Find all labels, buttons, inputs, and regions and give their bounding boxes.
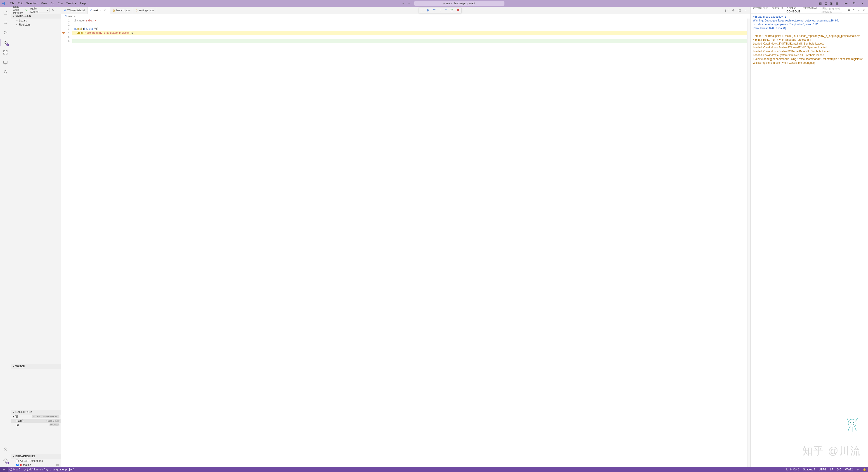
status-feedback-icon[interactable]: ☺ (855, 468, 861, 471)
editor-config-icon[interactable]: ⚙ (731, 8, 736, 13)
menu-file[interactable]: File (8, 1, 16, 5)
callstack-row[interactable]: main()main.c4:1 (11, 419, 61, 423)
close-icon[interactable]: ✕ (104, 9, 106, 12)
status-encoding[interactable]: UTF-8 (817, 468, 828, 471)
debug-drag-handle-icon[interactable]: ⋮⋮ (420, 8, 425, 13)
activity-run-debug[interactable]: 1 (0, 38, 11, 47)
menu-go[interactable]: Go (49, 1, 56, 5)
menu-help[interactable]: Help (79, 1, 88, 5)
search-text: my_c_language_project (446, 2, 475, 5)
panel-setting-icon[interactable]: ≣ (847, 8, 851, 12)
status-errors[interactable]: ⓧ 0 ⚠ 0 (8, 467, 22, 472)
section-breakpoints-header[interactable]: ▾ BREAKPOINTS (11, 454, 61, 459)
svg-rect-7 (6, 53, 7, 54)
callstack-row[interactable]: ▾[1]PAUSED ON BREAKPOINT (11, 415, 61, 419)
toggle-primary-sidebar-icon[interactable]: ◧ (818, 1, 823, 6)
window-close-button[interactable]: ✕ (859, 0, 866, 6)
menu-selection[interactable]: Selection (24, 1, 39, 5)
chevron-down-icon: ▾ (12, 15, 14, 17)
tab-settings-json[interactable]: {}settings.json (133, 7, 157, 14)
svg-point-9 (4, 448, 6, 449)
panel-clear-icon[interactable]: ⌃ (852, 8, 856, 12)
launch-config-select[interactable]: (gdb) Launch ▾ (29, 8, 50, 12)
debug-toolbar[interactable]: ⋮⋮ (418, 7, 462, 13)
status-bell-icon[interactable]: 🔔 (861, 468, 868, 471)
tab-launch-json[interactable]: {}launch.json (110, 7, 133, 14)
debug-restart-button[interactable] (449, 8, 455, 13)
menu-run[interactable]: Run (56, 1, 64, 5)
status-debug-launch[interactable]: ▷ (gdb) Launch (my_c_language_project) (22, 467, 76, 472)
run-play-icon[interactable]: ▷˅ (724, 8, 730, 13)
split-editor-icon[interactable]: ◫ (737, 8, 742, 13)
debug-console-output[interactable]: =thread-group-added,id="i1"Warning: Debu… (751, 13, 868, 461)
panel-tab-terminal[interactable]: TERMINAL (803, 6, 817, 14)
svg-point-13 (446, 11, 446, 11)
section-watch-header[interactable]: ▾ WATCH (11, 364, 61, 369)
svg-point-3 (6, 32, 7, 33)
debug-stop-button[interactable] (455, 8, 460, 13)
toggle-panel-icon[interactable]: ⬓ (823, 1, 828, 6)
sidebar-more-icon[interactable]: ⋯ (56, 8, 59, 12)
debug-continue-button[interactable] (426, 8, 431, 13)
breakpoint-checkbox[interactable] (16, 460, 19, 462)
vscode-logo-icon (2, 2, 5, 5)
svg-rect-5 (6, 51, 7, 52)
variable-scope-locals[interactable]: ▾Locals (11, 19, 61, 23)
status-port[interactable]: Win32 (843, 468, 855, 471)
nav-back-button[interactable]: ← (401, 1, 406, 6)
editor-more-icon[interactable]: ⋯ (743, 8, 749, 13)
menu-terminal[interactable]: Terminal (64, 1, 78, 5)
activity-testing[interactable] (0, 68, 11, 77)
panel-down-icon[interactable]: ⌄ (857, 8, 861, 12)
tab-main-c[interactable]: Cmain.c✕ (88, 7, 110, 14)
panel-tab-problems[interactable]: PROBLEMS (753, 6, 769, 14)
activity-remote[interactable] (0, 58, 11, 67)
callstack-row[interactable]: [2]PAUSED (11, 423, 61, 427)
debug-start-button[interactable]: ▷ (25, 8, 27, 12)
window-maximize-button[interactable]: ☐ (850, 0, 858, 6)
debug-console-input[interactable]: › (751, 461, 868, 467)
activity-extensions[interactable] (0, 48, 11, 57)
customize-layout-icon[interactable]: ▦ (834, 1, 839, 6)
status-eol[interactable]: LF (828, 468, 835, 471)
file-c-icon: C (65, 15, 67, 18)
command-center[interactable]: ⌕ my_c_language_project (414, 1, 504, 6)
panel-tab-debug-console[interactable]: DEBUG CONSOLE (786, 6, 800, 14)
menu-edit[interactable]: Edit (16, 1, 24, 5)
activity-settings[interactable]: 1 (0, 456, 11, 465)
breakpoint-checkbox[interactable] (16, 464, 19, 466)
menu-view[interactable]: View (39, 1, 49, 5)
activity-bar: 1 1 (0, 7, 11, 467)
nav-fwd-button[interactable]: → (407, 1, 412, 6)
section-variables-header[interactable]: ▾ VARIABLES (11, 13, 61, 19)
variable-scope-registers[interactable]: ▸Registers (11, 23, 61, 27)
debug-step-over-button[interactable] (432, 8, 437, 13)
section-callstack-header[interactable]: ▾ CALL STACK (11, 410, 61, 415)
activity-explorer[interactable] (0, 8, 11, 17)
window-minimize-button[interactable]: — (842, 0, 850, 6)
breakpoint-row[interactable]: All C++ Exceptions (11, 459, 61, 463)
breadcrumb[interactable]: C main.c › … (61, 14, 750, 19)
toggle-secondary-sidebar-icon[interactable]: ◨ (829, 1, 834, 6)
debug-step-out-button[interactable] (443, 8, 449, 13)
breakpoint-row[interactable]: main.c4 (11, 463, 61, 467)
debug-config-gear-icon[interactable]: ⚙ (52, 8, 54, 12)
debug-step-into-button[interactable] (437, 8, 443, 13)
debug-console-filter[interactable]: Filter (e.g. text, !exclude) (821, 8, 842, 12)
code-editor[interactable]: 123456 #include <stdio.h> int main(int, … (61, 19, 750, 467)
remote-indicator[interactable]: ⇌ (0, 467, 8, 472)
status-indent[interactable]: Spaces: 4 (801, 468, 817, 471)
activity-search[interactable] (0, 18, 11, 27)
status-language[interactable]: {} C (835, 468, 843, 471)
panel-tab-output[interactable]: OUTPUT (772, 6, 783, 14)
activity-account[interactable] (0, 445, 11, 454)
file-icon: M (64, 9, 66, 12)
panel: PROBLEMSOUTPUTDEBUG CONSOLETERMINAL Filt… (750, 7, 868, 467)
panel-close-icon[interactable]: ✕ (862, 8, 866, 12)
minimap[interactable] (747, 19, 750, 467)
breakpoint-glyph-icon[interactable] (62, 32, 65, 34)
status-cursor[interactable]: Ln 6, Col 1 (784, 468, 801, 471)
tab-cmakelists-txt[interactable]: MCMakeLists.txt (61, 7, 88, 14)
activity-scm[interactable] (0, 28, 11, 37)
svg-rect-6 (4, 53, 5, 54)
